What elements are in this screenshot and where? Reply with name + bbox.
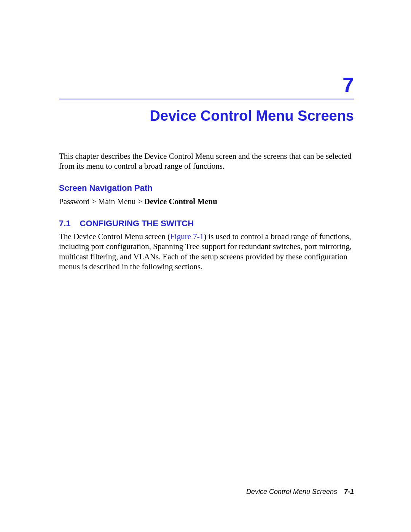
section-heading: 7.1CONFIGURING THE SWITCH	[59, 219, 354, 228]
figure-link[interactable]: Figure 7-1	[170, 232, 204, 241]
title-rule	[59, 99, 354, 99]
nav-path-current: Device Control Menu	[144, 197, 217, 206]
section-number: 7.1	[59, 219, 71, 228]
section-title: CONFIGURING THE SWITCH	[80, 219, 194, 228]
section-paragraph: The Device Control Menu screen (Figure 7…	[59, 232, 354, 272]
footer-label: Device Control Menu Screens	[246, 488, 337, 495]
document-page: 7 Device Control Menu Screens This chapt…	[0, 0, 411, 532]
footer-page-number: 7-1	[344, 488, 354, 495]
chapter-number: 7	[59, 74, 354, 95]
section-para-pre: The Device Control Menu screen (	[59, 232, 170, 241]
chapter-intro-paragraph: This chapter describes the Device Contro…	[59, 151, 354, 171]
page-footer: Device Control Menu Screens7-1	[246, 488, 354, 496]
nav-path-heading: Screen Navigation Path	[59, 183, 354, 193]
chapter-title: Device Control Menu Screens	[59, 108, 354, 125]
nav-path-text: Password > Main Menu > Device Control Me…	[59, 197, 354, 206]
nav-path-prefix: Password > Main Menu >	[59, 197, 144, 206]
